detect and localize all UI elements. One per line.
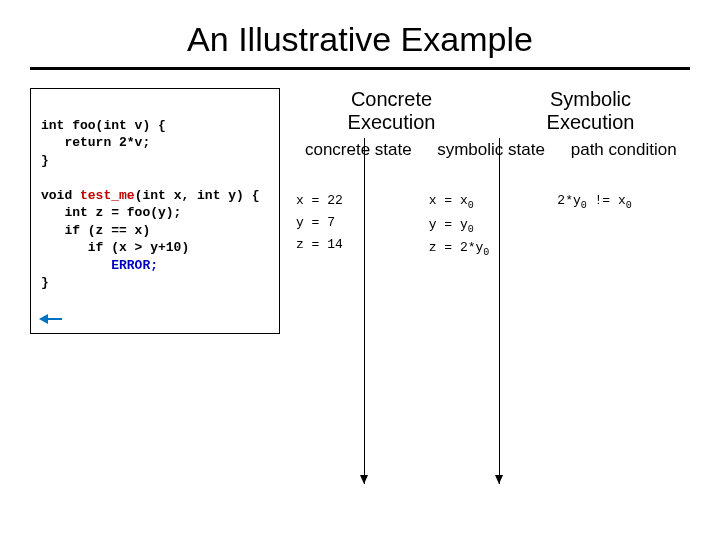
state-row: x = x0 <box>429 190 558 214</box>
concrete-rows: x = 22 y = 7 z = 14 <box>292 190 425 256</box>
slide-title: An Illustrative Example <box>30 20 690 59</box>
state-row: y = y0 <box>429 214 558 238</box>
code-line: void test_me(int x, int y) { <box>41 188 259 203</box>
concrete-exec-header: Concrete Execution <box>317 88 467 134</box>
title-rule <box>30 67 690 70</box>
symbolic-rows: x = x0 y = y0 z = 2*y0 <box>425 190 558 261</box>
state-row: z = 14 <box>296 234 425 256</box>
concrete-state-col: concrete state x = 22 y = 7 z = 14 <box>292 140 425 261</box>
code-line: return 2*v; <box>41 135 150 150</box>
state-row: x = 22 <box>296 190 425 212</box>
path-condition-col: path condition 2*y0 != x0 <box>557 140 690 261</box>
code-box: int foo(int v) { return 2*v; } void test… <box>30 88 280 334</box>
col-header: path condition <box>557 140 690 182</box>
state-row: z = 2*y0 <box>429 237 558 261</box>
code-line: } <box>41 275 49 290</box>
top-headers: Concrete Execution Symbolic Execution <box>292 88 690 134</box>
content-area: int foo(int v) { return 2*v; } void test… <box>30 88 690 334</box>
columns: concrete state x = 22 y = 7 z = 14 symbo… <box>292 140 690 261</box>
arrow-icon <box>39 314 48 324</box>
code-line: int z = foo(y); <box>41 205 181 220</box>
col-header: symbolic state <box>425 140 558 182</box>
code-line: int foo(int v) { <box>41 118 166 133</box>
col-header: concrete state <box>292 140 425 182</box>
path-row: 2*y0 != x0 <box>557 190 690 214</box>
state-row: y = 7 <box>296 212 425 234</box>
code-line: if (x > y+10) <box>41 240 189 255</box>
code-line: ERROR; <box>41 258 158 273</box>
test-me-call: test_me <box>80 188 135 203</box>
symbolic-state-col: symbolic state x = x0 y = y0 z = 2*y0 <box>425 140 558 261</box>
execution-panel: Concrete Execution Symbolic Execution co… <box>292 88 690 334</box>
path-rows: 2*y0 != x0 <box>557 190 690 214</box>
error-keyword: ERROR; <box>111 258 158 273</box>
code-line: } <box>41 153 49 168</box>
symbolic-exec-header: Symbolic Execution <box>516 88 666 134</box>
code-line: if (z == x) <box>41 223 150 238</box>
